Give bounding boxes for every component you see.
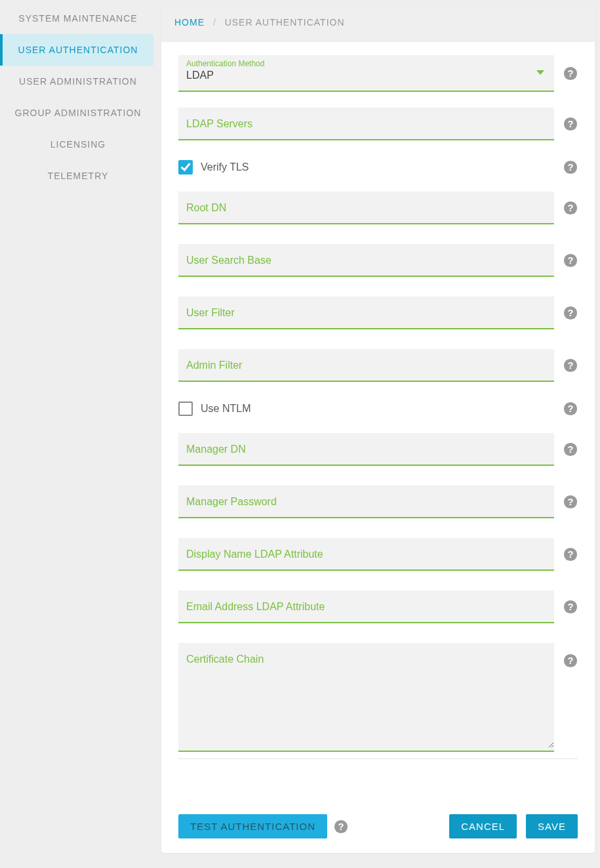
help-icon[interactable]: ? [563, 653, 578, 668]
authentication-method-select[interactable]: Authentication Method LDAP [178, 55, 554, 92]
cancel-button[interactable]: CANCEL [449, 814, 517, 838]
help-icon[interactable]: ? [563, 253, 578, 268]
sidebar-item-group-administration[interactable]: GROUP ADMINISTRATION [0, 97, 153, 129]
svg-text:?: ? [568, 162, 574, 173]
sidebar-item-system-maintenance[interactable]: SYSTEM MAINTENANCE [0, 3, 153, 34]
breadcrumb-separator: / [213, 17, 216, 28]
divider [178, 758, 578, 759]
svg-text:?: ? [568, 308, 574, 318]
authentication-method-label: Authentication Method [186, 59, 546, 68]
sidebar-item-licensing[interactable]: LICENSING [0, 129, 153, 160]
display-name-attr-input[interactable] [178, 538, 554, 569]
root-dn-input[interactable] [178, 192, 554, 223]
user-search-base-input[interactable] [178, 244, 554, 276]
use-ntlm-label: Use NTLM [201, 403, 250, 415]
help-icon[interactable]: ? [563, 160, 578, 175]
verify-tls-label: Verify TLS [201, 161, 249, 173]
svg-text:?: ? [568, 68, 574, 79]
help-icon[interactable]: ? [563, 442, 578, 457]
svg-text:?: ? [568, 119, 574, 129]
breadcrumb-current: USER AUTHENTICATION [225, 17, 345, 28]
svg-text:?: ? [338, 821, 344, 831]
sidebar-item-user-authentication[interactable]: USER AUTHENTICATION [0, 34, 153, 66]
svg-text:?: ? [568, 403, 574, 414]
svg-text:?: ? [568, 203, 574, 213]
manager-dn-input[interactable] [178, 433, 554, 465]
help-icon[interactable]: ? [563, 547, 578, 562]
help-icon[interactable]: ? [563, 402, 578, 416]
sidebar-item-user-administration[interactable]: USER ADMINISTRATION [0, 66, 153, 97]
save-button[interactable]: SAVE [526, 814, 578, 838]
use-ntlm-checkbox[interactable] [178, 402, 193, 416]
help-icon[interactable]: ? [334, 819, 348, 834]
help-icon[interactable]: ? [563, 495, 578, 509]
manager-password-input[interactable] [178, 486, 554, 517]
ldap-servers-field-wrap [178, 108, 554, 140]
breadcrumb: HOME / USER AUTHENTICATION [161, 3, 595, 42]
sidebar-item-telemetry[interactable]: TELEMETRY [0, 160, 153, 192]
email-attr-input[interactable] [178, 590, 554, 622]
svg-text:?: ? [568, 255, 574, 266]
user-filter-input[interactable] [178, 297, 554, 328]
svg-text:?: ? [568, 602, 574, 612]
help-icon[interactable]: ? [563, 600, 578, 614]
help-icon[interactable]: ? [563, 66, 578, 81]
sidebar: SYSTEM MAINTENANCE USER AUTHENTICATION U… [0, 0, 153, 859]
verify-tls-checkbox[interactable] [178, 160, 193, 175]
svg-text:?: ? [568, 444, 574, 455]
breadcrumb-home[interactable]: HOME [174, 17, 205, 28]
main-panel: HOME / USER AUTHENTICATION Authenticatio… [161, 3, 595, 853]
svg-text:?: ? [568, 360, 574, 371]
help-icon[interactable]: ? [563, 306, 578, 320]
help-icon[interactable]: ? [563, 201, 578, 215]
svg-text:?: ? [568, 497, 574, 507]
authentication-method-value: LDAP [186, 70, 546, 81]
ldap-servers-input[interactable] [178, 108, 554, 139]
certificate-chain-textarea[interactable] [178, 643, 554, 748]
button-row: TEST AUTHENTICATION ? CANCEL SAVE [161, 814, 595, 853]
svg-text:?: ? [568, 655, 574, 666]
help-icon[interactable]: ? [563, 358, 578, 373]
admin-filter-input[interactable] [178, 349, 554, 381]
caret-down-icon [536, 70, 545, 76]
test-authentication-button[interactable]: TEST AUTHENTICATION [178, 814, 327, 838]
svg-text:?: ? [568, 549, 574, 560]
help-icon[interactable]: ? [563, 117, 578, 131]
